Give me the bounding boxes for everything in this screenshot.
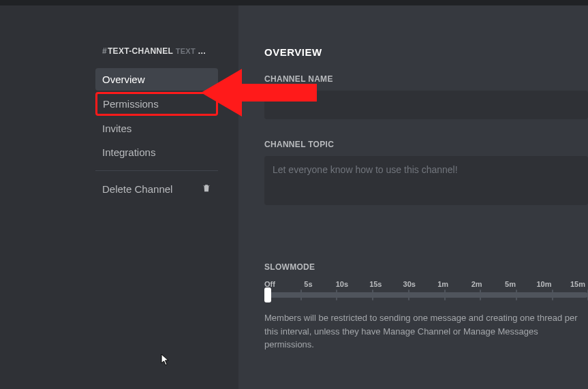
slowmode-label: SLOWMODE — [264, 262, 588, 272]
tick-5s: 5s — [298, 280, 318, 288]
nav-invites-label: Invites — [102, 123, 131, 134]
tick-10s: 10s — [332, 280, 352, 288]
channel-header: #TEXT-CHANNEL TEXT CHA... — [102, 46, 211, 56]
nav-permissions-label: Permissions — [103, 98, 159, 110]
channel-name-label: CHANNEL NAME — [264, 74, 588, 84]
hash-icon: # — [102, 46, 107, 56]
slowmode-slider[interactable] — [264, 292, 588, 298]
nav-permissions[interactable]: Permissions — [95, 92, 218, 116]
slowmode-tick-labels: Off 5s 10s 15s 30s 1m 2m 5m 10m 15m — [264, 280, 588, 288]
nav-integrations-label: Integrations — [102, 146, 155, 158]
channel-topic-label: CHANNEL TOPIC — [264, 140, 588, 149]
channel-name-input[interactable] — [264, 91, 588, 119]
tick-15s: 15s — [365, 280, 386, 288]
channel-topic-input[interactable] — [264, 156, 588, 205]
nav-invites[interactable]: Invites — [95, 117, 218, 140]
nav-integrations[interactable]: Integrations — [95, 141, 218, 164]
tick-30s: 30s — [399, 280, 420, 288]
nav-overview-label: Overview — [102, 74, 145, 85]
settings-sidebar: #TEXT-CHANNEL TEXT CHA... Overview Permi… — [0, 5, 238, 389]
titlebar — [0, 0, 588, 5]
delete-channel-button[interactable]: Delete Channel — [95, 178, 218, 200]
tick-5m: 5m — [500, 280, 521, 288]
tick-1m: 1m — [433, 280, 453, 288]
delete-channel-label: Delete Channel — [102, 183, 172, 195]
slowmode-slider-handle[interactable] — [264, 287, 271, 302]
channel-name-upper: TEXT-CHANNEL — [108, 46, 173, 56]
channel-subtext: TEXT CHA... — [176, 46, 211, 56]
tick-10m: 10m — [534, 280, 555, 288]
layout-container: #TEXT-CHANNEL TEXT CHA... Overview Permi… — [0, 5, 588, 389]
trash-icon — [202, 183, 211, 195]
tick-2m: 2m — [467, 280, 487, 288]
page-title: OVERVIEW — [264, 46, 588, 58]
slowmode-helper-text: Members will be restricted to sending on… — [264, 311, 588, 352]
slowmode-slider-wrap: Off 5s 10s 15s 30s 1m 2m 5m 10m 15m — [264, 280, 588, 298]
settings-content: OVERVIEW CHANNEL NAME CHANNEL TOPIC SLOW… — [238, 5, 588, 389]
nav-overview[interactable]: Overview — [95, 68, 218, 91]
tick-15m: 15m — [568, 280, 588, 288]
sidebar-divider — [95, 170, 218, 171]
